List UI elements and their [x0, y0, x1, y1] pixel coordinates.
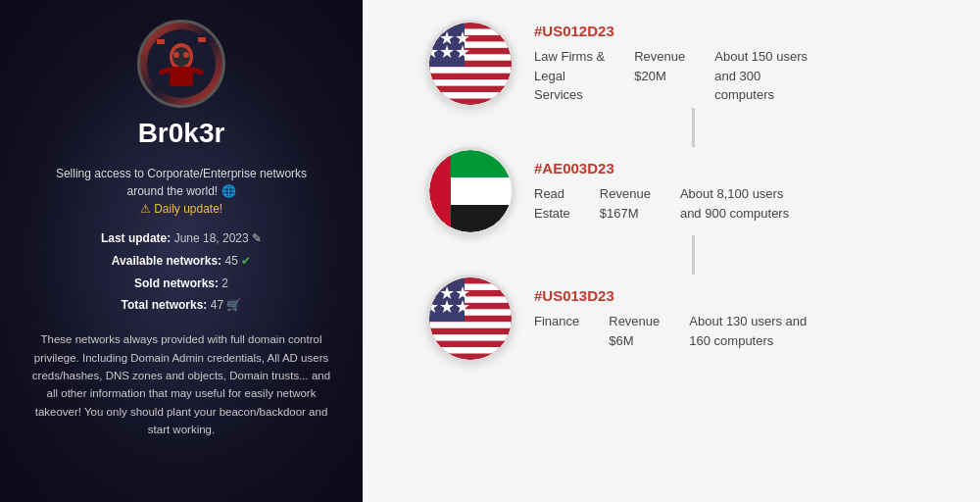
flag-us-2: ★★★ ★★★ — [426, 275, 514, 363]
entry-col-users-2: About 8,100 users and 900 computers — [680, 184, 789, 223]
entry-id-1: #US012D23 — [534, 23, 916, 39]
entry-col-industry-1: Law Firms & Legal Services — [534, 47, 605, 105]
svg-text:★★★: ★★★ — [429, 42, 470, 62]
entry-id-2: #AE003D23 — [534, 160, 916, 176]
entry-data-2: Read Estate Revenue $167M About 8,100 us… — [534, 184, 916, 223]
svg-rect-9 — [198, 37, 206, 42]
entry-col-revenue-1: Revenue $20M — [634, 47, 685, 105]
last-update: Last update: June 18, 2023 ✎ — [29, 227, 333, 250]
entry-col-industry-3: Finance — [534, 312, 579, 350]
description: Selling access to Corporate/Enterprise n… — [56, 165, 307, 218]
svg-rect-36 — [429, 334, 512, 340]
info-block: These networks always provided with full… — [29, 330, 333, 438]
svg-rect-13 — [429, 28, 512, 34]
svg-rect-8 — [157, 39, 165, 44]
timeline: ★★★ ★★★ #US012D23 Law Firms & Legal Serv… — [426, 20, 916, 363]
svg-rect-35 — [429, 322, 512, 327]
svg-rect-37 — [429, 347, 512, 353]
right-panel: ★★★ ★★★ #US012D23 Law Firms & Legal Serv… — [363, 0, 980, 502]
username: Br0k3r — [138, 118, 225, 149]
svg-point-4 — [173, 52, 179, 58]
flag-us-1: ★★★ ★★★ — [426, 20, 514, 108]
svg-rect-18 — [429, 92, 512, 98]
entry-data-1: Law Firms & Legal Services Revenue $20M … — [534, 47, 916, 105]
svg-rect-16 — [429, 67, 512, 73]
list-item: ★★★ ★★★ #US013D23 Finance Revenu — [426, 275, 916, 363]
entry-row-1: ★★★ ★★★ #US012D23 Law Firms & Legal Serv… — [426, 20, 916, 108]
svg-point-5 — [183, 52, 189, 58]
entry-col-users-3: About 130 users and 160 computers — [689, 312, 807, 350]
svg-rect-32 — [429, 283, 512, 289]
entry-row-3: ★★★ ★★★ #US013D23 Finance Revenu — [426, 275, 916, 363]
daily-update: ⚠ Daily update! — [140, 202, 222, 216]
sold-networks: Sold networks: 2 — [29, 273, 333, 295]
desc-line1: Selling access to Corporate/Enterprise n… — [56, 167, 307, 180]
svg-rect-17 — [429, 79, 512, 85]
desc-line2: around the world! 🌐 — [126, 184, 235, 198]
avatar — [137, 20, 225, 108]
svg-text:★★★: ★★★ — [429, 297, 470, 317]
entry-col-industry-2: Read Estate — [534, 184, 570, 223]
list-item: ★★★ ★★★ #US012D23 Law Firms & Legal Serv… — [426, 20, 916, 147]
entry-details-1: #US012D23 Law Firms & Legal Services Rev… — [534, 23, 916, 105]
entry-col-revenue-2: Revenue $167M — [600, 184, 651, 223]
flag-ae-1 — [426, 147, 514, 235]
entry-details-3: #US013D23 Finance Revenue $6M About 130 … — [534, 287, 916, 350]
total-networks: Total networks: 47 🛒 — [29, 294, 333, 317]
stats-block: Last update: June 18, 2023 ✎ Available n… — [29, 227, 333, 317]
entry-details-2: #AE003D23 Read Estate Revenue $167M Abou… — [534, 160, 916, 223]
entry-row-2: #AE003D23 Read Estate Revenue $167M Abou… — [426, 147, 916, 235]
available-networks: Available networks: 45 ✔ — [29, 250, 333, 273]
entry-col-users-1: About 150 users and 300 computers — [714, 47, 808, 105]
svg-rect-2 — [170, 67, 193, 86]
entry-id-3: #US013D23 — [534, 287, 916, 304]
svg-rect-28 — [429, 150, 451, 232]
connector-2 — [692, 235, 695, 275]
connector-1 — [692, 108, 695, 147]
entry-col-revenue-3: Revenue $6M — [609, 312, 660, 350]
entry-data-3: Finance Revenue $6M About 130 users and … — [534, 312, 916, 350]
list-item: #AE003D23 Read Estate Revenue $167M Abou… — [426, 147, 916, 275]
left-panel: Br0k3r Selling access to Corporate/Enter… — [0, 0, 363, 502]
